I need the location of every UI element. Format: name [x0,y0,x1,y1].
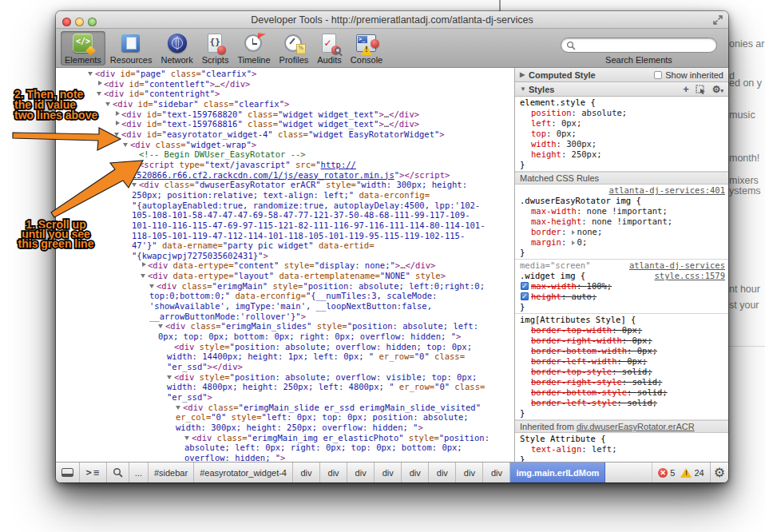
stylesheet-link[interactable]: atlanta-dj-services:401 [609,185,725,196]
property-checkbox-checked[interactable] [521,282,529,290]
styles-gear-icon[interactable]: ⚙▾ [712,84,723,95]
breadcrumb-div[interactable]: div [456,463,483,482]
expanded-arrow-icon[interactable] [158,322,165,329]
expanded-arrow-icon[interactable] [123,141,130,148]
expanded-arrow-icon[interactable] [88,69,95,77]
dom-tree-line[interactable]: top:0;bottom:0;" data-erconfig="{__numTi… [56,291,514,301]
css-property[interactable]: border-left-width: 0px; [520,356,728,367]
breadcrumb-div[interactable]: div [375,463,402,482]
dom-tree-line[interactable]: "er_ssd"> [56,392,514,403]
css-property[interactable]: height: 250px; [520,149,728,160]
dock-side-button[interactable] [56,463,80,482]
breadcrumb-div[interactable]: div [320,463,347,482]
dom-tree-line[interactable]: <div class="widget-wrap"> [56,140,514,150]
css-property[interactable]: max-width: 100%; [520,281,728,292]
css-property[interactable]: border-left-style: solid; [520,398,728,408]
expanded-arrow-icon[interactable] [105,100,113,107]
dom-tree-line[interactable]: <div class="erimgMain_img er_elasticPhot… [56,433,514,443]
computed-style-header[interactable]: ▶ Computed Style Show inherited [515,68,728,82]
dom-tree-line[interactable]: <div class="erimgMain_slides" style="pos… [56,321,514,332]
console-status[interactable]: ✕ 5 24 [652,463,709,482]
css-selector[interactable]: img[Attributes Style] { [520,315,636,324]
dom-tree-line[interactable]: <div id="page" class="clearfix"> [56,69,514,79]
dom-tree-line[interactable]: width: 300px; height: 250px; overflow: h… [56,423,514,433]
tab-profiles[interactable]: %Profiles [275,31,313,66]
dom-tree-line[interactable]: 105-108-101-58-47-47-47-69-58-47-77-121-… [56,210,514,220]
css-property[interactable]: width: 300px; [520,139,728,149]
collapsed-arrow-icon[interactable] [97,80,104,87]
tab-timeline[interactable]: Timeline [233,31,274,66]
dom-tree-line[interactable]: "{autoplayEnabled:true, randomize:true, … [56,200,514,211]
expanded-arrow-icon[interactable] [176,403,183,411]
styles-header[interactable]: ▼ Styles + ⚙▾ [515,82,728,97]
css-selector[interactable]: .dwuserEasyRotator img { [520,196,641,205]
dom-tree-line[interactable]: absolute; left: 0px; right: 0px; top: 0p… [56,443,514,453]
dom-tree-line[interactable]: 0px; top: 0px; bottom: 0px; right: 0px; … [56,332,514,342]
expanded-arrow-icon[interactable] [97,89,104,97]
dom-tree-line[interactable]: 47'}" data-ername="party pic widget" dat… [56,240,514,251]
element-picker-icon[interactable] [696,85,706,94]
settings-gear-button[interactable]: ⚙ [710,463,728,482]
css-property[interactable]: border-bottom-width: 0px; [520,346,728,356]
dom-tree-line[interactable]: <script type="text/javascript" src="http… [56,160,514,170]
search-input[interactable] [561,38,717,53]
expanded-arrow-icon[interactable] [114,130,121,137]
elements-tree[interactable]: <div id="page" class="clearfix"><div id=… [56,68,514,462]
css-property[interactable]: left: 0px; [520,118,728,129]
dom-tree-line[interactable]: 'showAvailable', imgType:'main', __loopN… [56,301,514,312]
expanded-arrow-icon[interactable] [132,181,139,188]
css-property[interactable]: border-right-style: solid; [520,377,728,387]
breadcrumb-div[interactable]: div [483,463,510,482]
css-property[interactable]: border-top-style: solid; [520,367,728,377]
dom-tree-line[interactable]: er_col="0" style="left: 0px; top: 0px; p… [56,412,514,423]
dom-tree-line[interactable]: <div id="contentright"> [56,89,514,99]
stylesheet-link[interactable]: style.css:1579 [654,271,725,281]
dom-tree-line[interactable]: "{kwapcjwpj7275035602431}"> [56,251,514,261]
tab-audits[interactable]: ✓Audits [313,31,346,66]
css-property[interactable]: margin: 0; [520,237,728,248]
css-selector[interactable]: element.style { [520,97,596,107]
add-style-icon[interactable]: + [683,83,689,95]
dom-tree-line[interactable]: <!-- Begin DWUser_EasyRotator --> [56,149,514,160]
expanded-arrow-icon[interactable]: ▼ [520,85,529,93]
dom-tree-line[interactable]: <div id="text-159768820" class="widget w… [56,109,514,120]
dom-tree-line[interactable]: overflow: hidden; "> [56,453,514,462]
breadcrumb-div[interactable]: ... [129,463,149,482]
dom-tree-line[interactable]: <div class="erimgMain_slide er_ssd erimg… [56,403,514,413]
breadcrumb-easyrotator_widget-4[interactable]: #easyrotator_widget-4 [194,463,293,482]
stylesheet-link[interactable]: atlanta-dj-services [629,260,725,271]
css-property[interactable]: border-bottom-style: solid; [520,387,728,398]
dom-tree-line[interactable]: <div id="easyrotator_widget-4" class="wi… [56,129,514,140]
dom-tree-line[interactable]: <div class="dwuserEasyRotator erACR" sty… [56,180,514,190]
breadcrumb-div[interactable]: div [402,463,429,482]
inherited-element-link[interactable]: div.dwuserEasyRotator.erACR [577,422,695,431]
css-property[interactable]: text-align: left; [520,444,728,455]
dom-tree-line[interactable]: 250px; position:relative; text-align: le… [56,190,514,200]
css-property[interactable]: height: auto; [520,292,728,302]
css-property[interactable]: border-top-width: 0px; [520,325,728,335]
css-property[interactable]: border: none; [520,227,728,237]
breadcrumb-div[interactable]: div [429,463,456,482]
dom-tree-line[interactable]: 101-110-116-115-47-69-97-115-121-82-111-… [56,220,514,231]
collapsed-arrow-icon[interactable] [141,261,148,268]
css-property[interactable]: max-width: none !important; [520,206,728,216]
css-property[interactable]: position: absolute; [520,108,728,118]
expanded-arrow-icon[interactable] [149,282,157,289]
css-selector[interactable]: Style Attribute { [520,434,605,443]
dom-tree-line[interactable]: <div id="sidebar" class="clearfix"> [56,99,514,109]
tab-network[interactable]: Network [157,31,196,66]
console-toggle-button[interactable]: >≡ [80,463,107,482]
dom-tree-line[interactable]: <div id="contentleft">…</div> [56,79,514,89]
expanded-arrow-icon[interactable] [141,272,148,279]
dom-tree-line[interactable]: width: 14400px; height: 1px; left: 0px; … [56,351,514,362]
collapsed-arrow-icon[interactable] [114,120,121,127]
tab-console[interactable]: >_!Console [347,31,386,66]
dom-tree-line[interactable]: c520866.r66.cf2.rackcdn.com/1/js/easy_ro… [56,170,514,181]
breadcrumb-div[interactable]: div [293,463,320,482]
breadcrumb-selected[interactable]: img.main.erILdMom [510,463,605,482]
dom-tree-line[interactable]: __arrowButtonMode:'rollover'}"> [56,312,514,322]
dom-tree-line[interactable]: <div class="erimgMain" style="position: … [56,281,514,292]
expanded-arrow-icon[interactable] [184,434,192,441]
dom-tree-line[interactable]: <div style="position: absolute; overflow… [56,372,514,383]
tab-scripts[interactable]: {}Scripts [198,31,233,66]
